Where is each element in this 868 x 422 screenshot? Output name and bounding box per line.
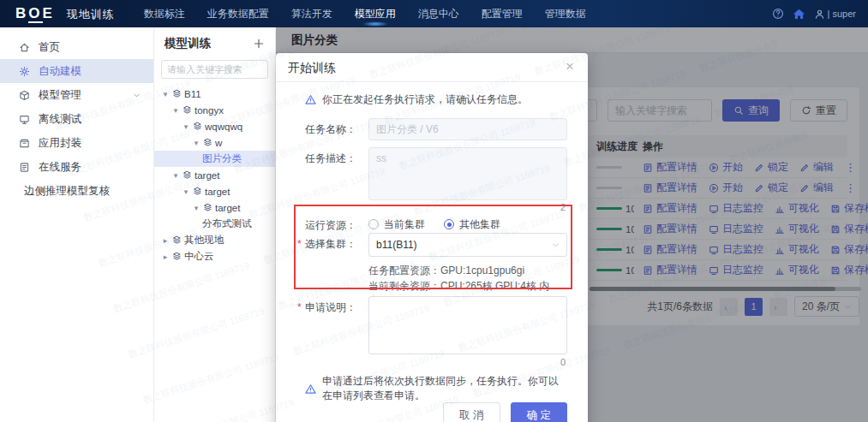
desc-char-counter: 2 [560, 202, 566, 212]
boe-logo-text: BOE [15, 5, 55, 22]
panel-title: 模型训练 [165, 36, 211, 51]
cluster-select-label: *选择集群： [305, 233, 368, 255]
layers-icon [183, 105, 192, 115]
chevron-down-icon [551, 241, 560, 250]
model-tree: ▾B11▾tongyx▾wqwqwq▾w图片分类▾target▾target▾t… [154, 86, 275, 264]
user-icon [814, 9, 825, 20]
tree-node[interactable]: ▾target [154, 167, 275, 183]
user-menu[interactable]: | super [814, 9, 856, 20]
tree-node[interactable]: 分布式测试 [154, 216, 275, 232]
radio-icon [368, 219, 379, 229]
sidebar-item[interactable]: 自动建模 [0, 59, 153, 83]
cluster-select[interactable]: b11(B11) [368, 233, 567, 257]
layers-icon [203, 138, 213, 147]
tree-node[interactable]: ▾B11 [154, 86, 275, 102]
confirm-button[interactable]: 确 定 [511, 402, 567, 422]
apply-note-textarea[interactable] [368, 296, 567, 354]
home-icon[interactable] [793, 8, 805, 21]
package-icon [19, 138, 30, 149]
nav-item[interactable]: 模型应用 [355, 0, 396, 27]
apply-note-label: *申请说明： [305, 296, 368, 318]
apply-info: 申请通过后将依次执行数据同步，任务执行。你可以在申请列表查看申请。 [305, 374, 567, 403]
task-desc-label: 任务描述： [305, 147, 368, 169]
task-name-input [368, 118, 567, 140]
nav-item[interactable]: 消息中心 [418, 0, 459, 27]
username: | super [828, 9, 856, 19]
cluster-select-value: b11(B11) [376, 239, 417, 251]
help-icon[interactable] [772, 8, 784, 20]
boe-logo: BOE 现地训练 [15, 5, 115, 22]
model-training-panel: 模型训练 ▾B11▾tongyx▾wqwqwq▾w图片分类▾target▾tar… [154, 27, 276, 422]
modal-header: 开始训练 × [276, 53, 588, 82]
caret-icon[interactable]: ▾ [192, 139, 201, 147]
sidebar-item[interactable]: 首页 [0, 35, 153, 59]
caret-icon[interactable]: ▾ [182, 187, 190, 196]
tree-node[interactable]: ▾tongyx [154, 102, 275, 118]
layers-icon [172, 252, 182, 261]
tree-node[interactable]: 图片分类 [154, 151, 275, 167]
layers-icon [193, 122, 202, 131]
cube-icon [19, 90, 30, 101]
sidebar-item[interactable]: 在线服务 [0, 155, 153, 179]
task-name-label: 任务名称： [305, 118, 368, 140]
radio-icon [444, 219, 454, 229]
layers-icon [203, 203, 213, 212]
caret-icon[interactable]: ▾ [161, 90, 170, 98]
cancel-button[interactable]: 取 消 [443, 402, 500, 422]
confirm-warning: 你正在发起任务执行请求，请确认任务信息。 [305, 92, 567, 107]
tree-node[interactable]: ▾w [154, 134, 275, 151]
home-icon [19, 42, 30, 53]
sidebar-item[interactable]: 应用封装 [0, 131, 153, 155]
layers-icon [193, 187, 202, 196]
add-model-button[interactable] [253, 38, 265, 50]
caret-icon[interactable]: ▸ [161, 253, 170, 261]
sidebar: 首页自动建模模型管理离线测试应用封装在线服务边侧推理模型复核 [0, 27, 154, 422]
modal-title: 开始训练 [288, 61, 336, 76]
nav-item[interactable]: 配置管理 [482, 0, 523, 27]
tree-node[interactable]: ▸中心云 [154, 248, 275, 264]
info-triangle-icon [305, 383, 316, 395]
sidebar-item[interactable]: 离线测试 [0, 107, 153, 131]
nav-item[interactable]: 管理数据 [545, 0, 586, 27]
task-desc-textarea: ss [368, 147, 567, 200]
caret-icon[interactable]: ▸ [161, 236, 170, 245]
caret-icon[interactable]: ▾ [171, 171, 180, 180]
tree-node[interactable]: ▾target [154, 183, 275, 199]
gear-icon [19, 66, 30, 77]
tree-node[interactable]: ▾wqwqwq [154, 118, 275, 134]
config-resource-text: 任务配置资源：GPU:1cpu1gpu6gi [305, 264, 567, 278]
nav-item[interactable]: 数据标注 [144, 0, 185, 27]
start-training-modal: 开始训练 × 你正在发起任务执行请求，请确认任务信息。 任务名称： 任务描述： … [276, 53, 588, 422]
app-title: 现地训练 [67, 7, 115, 22]
caret-icon[interactable]: ▾ [182, 122, 190, 131]
monitor-icon [19, 114, 30, 125]
nav-right: | super [772, 8, 868, 21]
radio-current-cluster[interactable]: 当前集群 [368, 217, 425, 232]
chevron-down-icon [132, 91, 141, 100]
nav-item[interactable]: 业务数据配置 [207, 0, 269, 27]
layers-icon [172, 235, 182, 245]
warning-triangle-icon [305, 94, 316, 105]
tree-node[interactable]: ▸其他现地 [154, 232, 275, 248]
apply-char-counter: 0 [560, 357, 566, 367]
layers-icon [183, 170, 192, 180]
cluster-radio-group: 当前集群 其他集群 [368, 214, 567, 235]
sidebar-item[interactable]: 模型管理 [0, 83, 153, 107]
top-nav: BOE 现地训练 数据标注业务数据配置算法开发模型应用消息中心配置管理管理数据 … [0, 0, 868, 27]
nav-menu: 数据标注业务数据配置算法开发模型应用消息中心配置管理管理数据 [144, 0, 586, 27]
nav-item[interactable]: 算法开发 [291, 0, 332, 27]
tree-search-input[interactable] [161, 60, 268, 79]
doc-icon [19, 162, 30, 173]
sidebar-item[interactable]: 边侧推理模型复核 [0, 179, 153, 203]
page: BOE 现地训练 数据标注业务数据配置算法开发模型应用消息中心配置管理管理数据 … [0, 0, 868, 422]
caret-icon[interactable]: ▾ [171, 106, 180, 115]
radio-other-cluster[interactable]: 其他集群 [444, 217, 500, 232]
caret-icon[interactable]: ▾ [192, 204, 201, 212]
tree-node[interactable]: ▾target [154, 199, 275, 216]
close-icon[interactable]: × [566, 58, 574, 75]
layers-icon [172, 89, 182, 98]
